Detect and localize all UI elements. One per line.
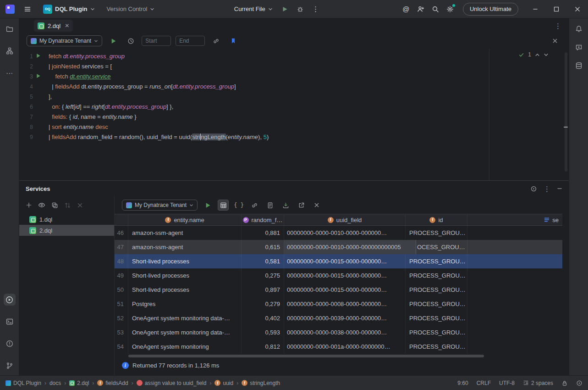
run-results-button[interactable] (202, 200, 213, 211)
notifications-button[interactable] (573, 23, 585, 35)
database-button[interactable] (573, 60, 585, 72)
code-line[interactable]: 6 on: { left[id] == right[dt.entity.proc… (19, 102, 569, 112)
column-header[interactable]: fentity.name (128, 214, 242, 225)
run-configuration-widget[interactable]: Current File (231, 3, 275, 16)
hide-panel-button[interactable] (557, 186, 562, 191)
cell-id[interactable]: PROCESS_GROU… (406, 311, 467, 325)
column-header[interactable]: fid (406, 214, 467, 225)
table-view-button[interactable] (218, 200, 229, 211)
cell-uuid-field[interactable]: 00000000-0000-0010-0000-000000… (284, 226, 406, 240)
terminal-tool-button[interactable] (4, 316, 16, 328)
close-button[interactable] (567, 0, 588, 18)
minimize-button[interactable] (525, 0, 546, 18)
cell-uuid-field[interactable]: 00000000-0000-0038-0000-000000… (284, 325, 406, 340)
code-with-me-button[interactable] (414, 3, 427, 16)
tab-options-button[interactable]: ⋮ (555, 22, 561, 29)
add-query-button[interactable] (26, 202, 32, 208)
cell-entity-name[interactable]: Short-lived processes (128, 254, 242, 268)
gutter-run-icon[interactable] (36, 73, 43, 78)
unlock-ultimate-button[interactable]: Unlock Ultimate (463, 3, 518, 16)
cell-id[interactable]: PROCESS_GROU… (406, 226, 467, 240)
bookmark-button[interactable] (227, 34, 240, 47)
table-row[interactable]: 52OneAgent system monitoring data-…0,402… (115, 311, 562, 325)
duplicate-button[interactable] (51, 202, 58, 209)
cell-entity-name[interactable]: OneAgent system monitoring data-… (128, 311, 242, 325)
end-input[interactable] (176, 36, 205, 46)
main-menu-button[interactable] (21, 3, 34, 16)
code-line[interactable]: 1fetch dt.entity.process_group (19, 51, 569, 61)
cell-id[interactable]: PROCESS_GROU… (406, 254, 467, 268)
project-widget[interactable]: DQ DQL Plugin (40, 3, 98, 16)
locate-icon[interactable] (530, 185, 537, 192)
file-list-item[interactable]: 1.dql (19, 214, 114, 225)
ai-mentions-button[interactable]: @ (400, 3, 412, 16)
cell-entity-name[interactable]: amazon-ssm-agent (128, 226, 242, 240)
cell-services[interactable] (467, 254, 562, 268)
run-line-icon[interactable] (36, 73, 41, 78)
code-line[interactable]: 2| joinNested services = [ (19, 61, 569, 72)
table-row[interactable]: 46amazon-ssm-agent0,88100000000-0000-001… (115, 226, 562, 240)
cell-services[interactable] (467, 283, 562, 297)
cell-id[interactable]: PROCESS_GROU… (406, 283, 467, 297)
vcs-widget[interactable]: Version Control (104, 3, 158, 16)
cell-id[interactable]: PROCESS_GROU… (406, 297, 467, 311)
breadcrumb-item[interactable]: fuuid (214, 380, 233, 386)
run-button[interactable] (278, 3, 291, 16)
close-query-toolbar-button[interactable] (549, 34, 561, 47)
tab-2dql[interactable]: 2.dql ✕ (34, 20, 73, 32)
structure-tool-button[interactable] (4, 45, 16, 57)
remove-query-button[interactable] (77, 202, 83, 208)
column-header[interactable]: Prandom_f… (242, 214, 284, 225)
cell-entity-name[interactable]: OneAgent system monitoring (128, 340, 242, 354)
code-line[interactable]: 5], (19, 92, 569, 102)
open-in-browser-button[interactable] (296, 200, 307, 211)
cell-uuid-field[interactable]: 00000000-0000-0010-0000-000000000005 (284, 240, 416, 254)
table-row[interactable]: 49Short-lived processes0,27500000000-000… (115, 268, 562, 283)
breadcrumb-item[interactable]: 2.dql (69, 380, 89, 386)
settings-button[interactable] (444, 3, 456, 16)
cell-random-field[interactable]: 0,275 (242, 268, 284, 283)
breadcrumb-item[interactable]: docs (49, 380, 61, 386)
cell-random-field[interactable]: 0,581 (242, 254, 284, 268)
cell-random-field[interactable]: 0,402 (242, 311, 284, 325)
next-issue-button[interactable] (544, 53, 549, 57)
cell-uuid-field[interactable]: 00000000-0000-0015-0000-000000… (284, 254, 406, 268)
cell-services[interactable] (467, 340, 562, 354)
code-line[interactable]: 3 fetch dt.entity.service (19, 72, 569, 82)
column-header[interactable]: fuuid_field (284, 214, 406, 225)
cell-entity-name[interactable]: Postgres (128, 297, 242, 311)
cell-entity-name[interactable]: amazon-ssm-agent (128, 240, 242, 254)
table-row[interactable]: 51Postgres0,27900000000-0000-0008-0000-0… (115, 297, 562, 311)
cell-services[interactable] (467, 325, 562, 340)
download-results-button[interactable] (280, 200, 291, 211)
preview-button[interactable] (38, 201, 45, 209)
breadcrumb-item[interactable]: ffieldsAdd (97, 380, 128, 386)
start-input[interactable] (142, 36, 171, 46)
table-row[interactable]: 53OneAgent system monitoring data-…0,593… (115, 325, 562, 340)
breadcrumb-item[interactable]: assign value to uuid_field (137, 380, 207, 386)
debug-button[interactable] (294, 3, 307, 16)
editor-scrollbar[interactable] (565, 52, 567, 172)
breadcrumb-item[interactable]: DQL Plugin (5, 380, 41, 386)
copy-result-link-button[interactable] (249, 200, 260, 211)
check-icon[interactable] (518, 52, 524, 58)
time-range-button[interactable] (124, 34, 137, 47)
cell-uuid-field[interactable]: 00000000-0000-0015-0000-000000… (284, 283, 406, 297)
code-line[interactable]: 4 | fieldsAdd dt.entity.process_group = … (19, 82, 569, 92)
project-tool-button[interactable] (4, 23, 16, 35)
cell-services[interactable] (467, 268, 562, 283)
cell-entity-name[interactable]: OneAgent system monitoring data-… (128, 325, 242, 340)
code-line[interactable]: 9| fieldsAdd random_field = random(), uu… (19, 132, 569, 142)
cell-random-field[interactable]: 0,279 (242, 297, 284, 311)
statusbar-widget[interactable]: 2 spaces (523, 380, 553, 386)
prev-issue-button[interactable] (535, 53, 540, 57)
search-everywhere-button[interactable] (429, 3, 442, 16)
cell-random-field[interactable]: 0,615 (242, 240, 284, 254)
cell-uuid-field[interactable]: 00000000-0000-001a-0000-0000000… (284, 340, 406, 354)
statusbar-widget[interactable]: UTF-8 (499, 380, 515, 386)
close-results-button[interactable] (311, 200, 322, 211)
statusbar-widget[interactable]: 9:60 (457, 380, 468, 386)
cell-services[interactable] (467, 240, 562, 254)
cell-services[interactable] (467, 297, 562, 311)
run-query-button[interactable] (107, 34, 120, 47)
